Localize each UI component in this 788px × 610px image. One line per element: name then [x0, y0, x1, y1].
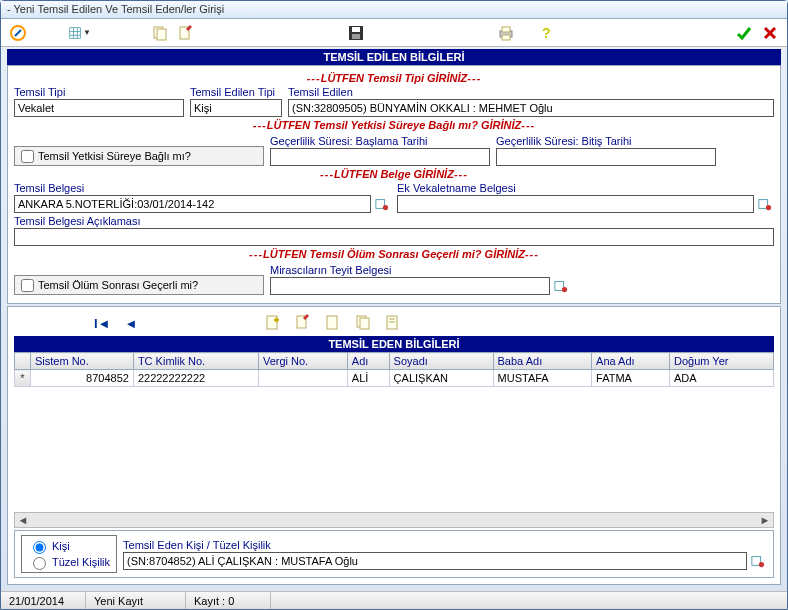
status-state: Yeni Kayıt	[86, 592, 186, 609]
checkbox-olum-label: Temsil Ölüm Sonrası Geçerli mi?	[38, 279, 198, 291]
status-date: 21/01/2014	[1, 592, 86, 609]
nav-doc4-icon[interactable]	[385, 314, 401, 333]
col-vergi[interactable]: Vergi No.	[258, 353, 347, 370]
save-icon[interactable]	[345, 22, 367, 44]
bottom-edit-row: Kişi Tüzel Kişilik Temsil Eden Kişi / Tü…	[14, 530, 774, 578]
print-icon[interactable]	[495, 22, 517, 44]
nav-doc2-icon[interactable]	[325, 314, 341, 333]
svg-point-17	[383, 205, 388, 210]
input-miras[interactable]	[270, 277, 550, 295]
svg-rect-1	[70, 27, 81, 38]
svg-point-21	[562, 287, 567, 292]
label-miras: Mirascıların Teyit Belgesi	[270, 264, 570, 276]
svg-rect-14	[502, 35, 510, 40]
hscrollbar[interactable]: ◄ ►	[14, 512, 774, 528]
grid-wrap[interactable]: Sistem No. TC Kimlik No. Vergi No. Adı S…	[14, 352, 774, 510]
chevron-down-icon: ▼	[83, 28, 91, 37]
section-eden-header: TEMSİL EDEN BİLGİLERİ	[14, 336, 774, 352]
label-edilen: Temsil Edilen	[288, 86, 774, 98]
col-tc[interactable]: TC Kimlik No.	[133, 353, 258, 370]
input-edilentip[interactable]	[190, 99, 282, 117]
svg-point-31	[759, 561, 764, 566]
input-bitis[interactable]	[496, 148, 716, 166]
accept-icon[interactable]	[733, 22, 755, 44]
scroll-right-icon[interactable]: ►	[758, 514, 772, 526]
lookup-ekvek-icon[interactable]	[756, 195, 774, 213]
nav-first-icon[interactable]: I◄	[94, 316, 110, 331]
cell-sistem[interactable]: 8704852	[31, 370, 134, 387]
checkbox-sure-label: Temsil Yetkisi Süreye Bağlı mı?	[38, 150, 191, 162]
table-row[interactable]: * 8704852 22222222222 ALİ ÇALIŞKAN MUSTA…	[15, 370, 774, 387]
row-marker: *	[15, 370, 31, 387]
lookup-belge-icon[interactable]	[373, 195, 391, 213]
radio-kisi[interactable]: Kişi	[28, 538, 110, 554]
scroll-left-icon[interactable]: ◄	[16, 514, 30, 526]
svg-rect-11	[352, 34, 360, 39]
panel-eden: I◄ ◄ TEMSİL EDEN BİLGİLERİ Sistem No. TC	[7, 306, 781, 585]
col-adi[interactable]: Adı	[347, 353, 389, 370]
status-bar: 21/01/2014 Yeni Kayıt Kayıt : 0	[1, 591, 787, 609]
label-bitis: Geçerlilik Süresi: Bitiş Tarihi	[496, 135, 716, 147]
cell-soyadi[interactable]: ÇALIŞKAN	[389, 370, 493, 387]
checkbox-olum[interactable]: Temsil Ölüm Sonrası Geçerli mi?	[14, 275, 264, 295]
checkbox-olum-input[interactable]	[21, 279, 34, 292]
nav-new-icon[interactable]	[265, 314, 281, 333]
col-sistem[interactable]: Sistem No.	[31, 353, 134, 370]
label-belge: Temsil Belgesi	[14, 182, 391, 194]
cell-tc[interactable]: 22222222222	[133, 370, 258, 387]
col-dogum[interactable]: Doğum Yer	[669, 353, 773, 370]
checkbox-sure-input[interactable]	[21, 150, 34, 163]
cell-adi[interactable]: ALİ	[347, 370, 389, 387]
legend-type: LÜTFEN Temsil Tipi GİRİNİZ	[14, 72, 774, 84]
input-ekvek[interactable]	[397, 195, 754, 213]
cell-dogum[interactable]: ADA	[669, 370, 773, 387]
svg-point-19	[766, 205, 771, 210]
svg-rect-7	[157, 29, 166, 40]
input-aciklama[interactable]	[14, 228, 774, 246]
toolbar: ▼ ?	[1, 19, 787, 47]
cell-baba[interactable]: MUSTAFA	[493, 370, 592, 387]
grid-icon[interactable]: ▼	[69, 22, 91, 44]
legend-death: LÜTFEN Temsil Ölüm Sonrası Geçerli mi? G…	[14, 248, 774, 260]
legend-doc: LÜTFEN Belge GİRİNİZ	[14, 168, 774, 180]
radio-tuzel[interactable]: Tüzel Kişilik	[28, 554, 110, 570]
input-edenkisi[interactable]	[123, 552, 747, 570]
status-count: Kayıt : 0	[186, 592, 271, 609]
input-belge[interactable]	[14, 195, 371, 213]
legend-duration: LÜTFEN Temsil Yetkisi Süreye Bağlı mı? G…	[14, 119, 774, 131]
svg-rect-10	[352, 27, 360, 32]
section-edilen-header: TEMSİL EDİLEN BİLGİLERİ	[7, 49, 781, 65]
edit-icon[interactable]	[175, 22, 197, 44]
lookup-edenkisi-icon[interactable]	[749, 552, 767, 570]
grid-table: Sistem No. TC Kimlik No. Vergi No. Adı S…	[14, 352, 774, 387]
input-tip[interactable]	[14, 99, 184, 117]
label-baslama: Geçerlilik Süresi: Başlama Tarihi	[270, 135, 490, 147]
nav-prev-icon[interactable]: ◄	[124, 316, 137, 331]
input-baslama[interactable]	[270, 148, 490, 166]
svg-text:?: ?	[542, 25, 551, 41]
col-ana[interactable]: Ana Adı	[592, 353, 670, 370]
cell-ana[interactable]: FATMA	[592, 370, 670, 387]
col-soyadi[interactable]: Soyadı	[389, 353, 493, 370]
logo-icon	[7, 22, 29, 44]
cell-vergi[interactable]	[258, 370, 347, 387]
nav-edit-icon[interactable]	[295, 314, 311, 333]
label-ekvek: Ek Vekaletname Belgesi	[397, 182, 774, 194]
svg-rect-13	[502, 27, 510, 32]
input-edilen[interactable]	[288, 99, 774, 117]
col-baba[interactable]: Baba Adı	[493, 353, 592, 370]
copy-icon[interactable]	[149, 22, 171, 44]
nav-copy-icon[interactable]	[355, 314, 371, 333]
radio-group-kisi: Kişi Tüzel Kişilik	[21, 535, 117, 573]
svg-rect-26	[360, 318, 369, 329]
help-icon[interactable]: ?	[535, 22, 557, 44]
panel-edilen: LÜTFEN Temsil Tipi GİRİNİZ Temsil Tipi T…	[7, 65, 781, 304]
label-aciklama: Temsil Belgesi Açıklaması	[14, 215, 774, 227]
close-icon[interactable]	[759, 22, 781, 44]
record-nav: I◄ ◄	[14, 311, 774, 336]
lookup-miras-icon[interactable]	[552, 277, 570, 295]
label-edenkisi: Temsil Eden Kişi / Tüzel Kişilik	[123, 539, 767, 551]
label-edilentip: Temsil Edilen Tipi	[190, 86, 282, 98]
checkbox-sure[interactable]: Temsil Yetkisi Süreye Bağlı mı?	[14, 146, 264, 166]
grid-header-row: Sistem No. TC Kimlik No. Vergi No. Adı S…	[15, 353, 774, 370]
